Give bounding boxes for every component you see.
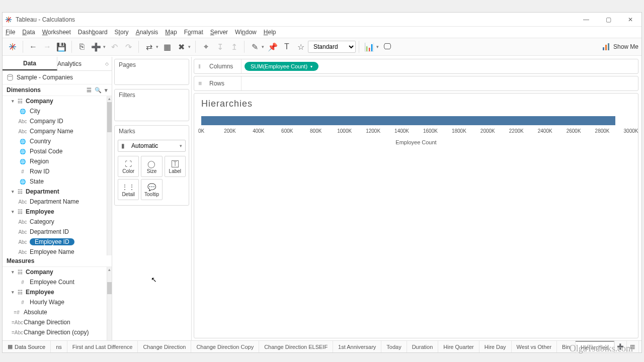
back-button[interactable]: ← [26, 40, 40, 54]
viz-bar[interactable] [201, 116, 615, 125]
sheet-tab[interactable]: Change Direction [138, 341, 191, 352]
sheet-tab[interactable]: Duration [407, 341, 439, 352]
tree-field[interactable]: AbcCategory [3, 217, 112, 227]
dimensions-scrollbar[interactable]: ▴ [107, 96, 112, 255]
menu-icon[interactable]: ▾ [105, 87, 108, 94]
tree-group[interactable]: ▾☷Department [3, 187, 112, 197]
tree-field[interactable]: #Employee Count [3, 277, 112, 287]
sort-desc-button[interactable]: ↥ [227, 40, 241, 54]
columns-shelf[interactable]: ⦀Columns SUM(Employee Count)▾ [194, 59, 638, 74]
rows-shelf[interactable]: ≡Rows [194, 76, 638, 91]
marks-size[interactable]: ◯Size [141, 156, 162, 177]
close-button[interactable]: ✕ [619, 13, 641, 27]
tree-group[interactable]: ▾☷Employee [3, 207, 112, 217]
mark-type-value: Automatic [131, 142, 158, 149]
marks-tooltip[interactable]: 💬Tooltip [141, 179, 162, 200]
view-toggle-icon[interactable]: ☰ [87, 87, 92, 94]
tree-group[interactable]: ▾☷Employee [3, 287, 112, 297]
pin-button[interactable]: 📌 [266, 40, 280, 54]
sheet-tab[interactable]: First and Last Difference [67, 341, 138, 352]
highlight-button[interactable]: ✎ [248, 40, 262, 54]
data-tab[interactable]: Data [3, 57, 57, 70]
menu-format[interactable]: Format [184, 29, 203, 36]
menu-help[interactable]: Help [264, 29, 276, 36]
marks-detail[interactable]: ⋮⋮Detail [118, 179, 139, 200]
columns-pill[interactable]: SUM(Employee Count)▾ [245, 62, 318, 71]
pages-shelf[interactable]: Pages [114, 59, 189, 85]
clear-sheet-button[interactable]: ✖ [174, 40, 188, 54]
menu-story[interactable]: Story [115, 29, 129, 36]
menu-worksheet[interactable]: Worksheet [42, 29, 71, 36]
tree-field[interactable]: =AbcChange Direction [3, 317, 112, 327]
viz-title[interactable]: Hierarchies [201, 99, 631, 109]
menu-window[interactable]: Window [235, 29, 257, 36]
menu-analysis[interactable]: Analysis [136, 29, 158, 36]
maximize-button[interactable]: ▢ [597, 13, 619, 27]
tree-group[interactable]: ▾☷Company [3, 96, 112, 106]
tree-field[interactable]: 🌐State [3, 176, 112, 187]
tree-field[interactable]: AbcDepartment ID [3, 227, 112, 237]
menu-map[interactable]: Map [165, 29, 177, 36]
mark-type-select[interactable]: ▮ Automatic ▾ [118, 140, 186, 152]
tree-field[interactable]: 🌐City [3, 106, 112, 116]
tree-field[interactable]: AbcCompany Name [3, 126, 112, 136]
show-me-button[interactable]: Show Me [602, 43, 638, 51]
menu-file[interactable]: File [6, 29, 15, 36]
sheet-tab[interactable]: Change Direction Copy [191, 341, 259, 352]
tree-field[interactable]: #Hourly Wage [3, 297, 112, 307]
datasource-row[interactable]: Sample - Companies [3, 71, 112, 84]
group-button[interactable]: ⌖ [199, 40, 213, 54]
measures-scrollbar[interactable]: ▴ [107, 267, 112, 340]
sheet-tab[interactable]: West vs Other [512, 341, 557, 352]
fit-select[interactable]: Standard [308, 41, 356, 53]
axis-tick: 2200K [509, 128, 524, 134]
tree-field[interactable]: =#Absolute [3, 307, 112, 317]
menu-dashboard[interactable]: Dashboard [78, 29, 108, 36]
tree-field[interactable]: AbcEmployee ID [3, 237, 112, 247]
tree-field[interactable]: 🌐Region [3, 156, 112, 166]
sheet-tab[interactable]: Hire Quarter [438, 341, 479, 352]
svg-point-11 [8, 74, 13, 76]
sort-asc-button[interactable]: ↧ [213, 40, 227, 54]
tree-field[interactable]: AbcDepartment Name [3, 197, 112, 207]
analytics-tab[interactable]: Analytics◇ [57, 57, 112, 70]
redo-button[interactable]: ↷ [121, 40, 135, 54]
marks-color[interactable]: ⛶Color [118, 156, 139, 177]
menu-server[interactable]: Server [210, 29, 228, 36]
undo-button[interactable]: ↶ [107, 40, 121, 54]
totals-button[interactable]: ▦ [160, 40, 174, 54]
showhide-cards-button[interactable]: 📊 [362, 40, 376, 54]
sheet-tab[interactable]: 1st Anniversary [333, 341, 381, 352]
sheet-tab[interactable]: Today [381, 341, 407, 352]
star-button[interactable]: ☆ [294, 40, 308, 54]
filters-shelf[interactable]: Filters [114, 89, 189, 121]
detail-icon: ⋮⋮ [121, 183, 135, 192]
save-button[interactable]: 💾 [54, 40, 68, 54]
axis-tick: 0K [198, 128, 204, 134]
new-datasource-button[interactable]: ⎘ [75, 40, 89, 54]
new-story-button[interactable]: ▭ [638, 341, 641, 352]
search-icon[interactable]: 🔍 [95, 87, 102, 94]
sheet-tab[interactable]: Change Direction ELSEIF [259, 341, 333, 352]
tree-field[interactable]: 🌐Country [3, 136, 112, 146]
tree-field[interactable]: 🌐Postal Code [3, 146, 112, 156]
marks-label[interactable]: 🅃Label [165, 156, 186, 177]
tree-field[interactable]: #Row ID [3, 166, 112, 176]
minimize-button[interactable]: — [575, 13, 597, 27]
show-me-icon [602, 43, 610, 51]
sheet-tab-partial[interactable]: ns [51, 341, 67, 352]
data-source-tab[interactable]: ▦ Data Source [3, 341, 51, 352]
tree-field[interactable]: AbcEmployee Name [3, 247, 112, 255]
tableau-home-button[interactable] [6, 40, 20, 54]
sheet-tab[interactable]: Hire Day [479, 341, 512, 352]
swap-button[interactable]: ⇄ [142, 40, 156, 54]
tree-group[interactable]: ▾☷Company [3, 267, 112, 277]
new-worksheet-button[interactable]: ➕ [89, 40, 103, 54]
tree-field[interactable]: =AbcChange Direction (copy) [3, 327, 112, 337]
window-controls: — ▢ ✕ [575, 13, 641, 27]
tree-field[interactable]: AbcCompany ID [3, 116, 112, 126]
menu-data[interactable]: Data [22, 29, 35, 36]
present-button[interactable]: 🖵 [380, 40, 394, 54]
forward-button[interactable]: → [40, 40, 54, 54]
label-button[interactable]: T [280, 40, 294, 54]
